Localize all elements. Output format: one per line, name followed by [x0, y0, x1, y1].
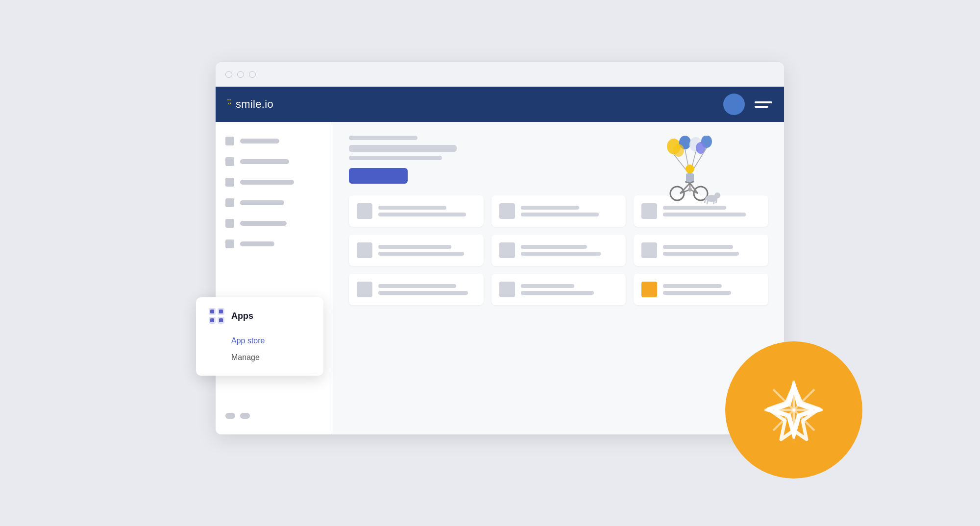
apps-heading: Apps	[231, 311, 253, 321]
app-header: ᵕ̈ smile.io	[216, 87, 784, 122]
svg-rect-33	[219, 310, 223, 313]
card-line-1	[663, 245, 733, 249]
card-row	[357, 282, 476, 297]
svg-point-12	[670, 187, 684, 200]
browser-dot-minimize	[237, 71, 244, 78]
menu-line-1	[755, 101, 772, 103]
sidebar-item-text	[240, 139, 279, 143]
card-row	[499, 203, 618, 219]
svg-rect-35	[219, 318, 223, 322]
browser-dot-close	[225, 71, 232, 78]
card-icon	[499, 203, 515, 219]
svg-point-4	[673, 144, 684, 157]
app-card[interactable]	[349, 235, 484, 266]
svg-point-10	[686, 165, 694, 173]
sidebar-icon	[225, 198, 234, 207]
sidebar-item-text	[240, 241, 274, 246]
card-line-1	[521, 284, 574, 288]
sidebar-icon	[225, 219, 234, 228]
sidebar-bottom	[223, 409, 325, 423]
card-row	[357, 203, 476, 219]
sidebar-icon	[225, 157, 234, 166]
heading-line-3	[349, 156, 442, 160]
card-icon-featured	[641, 282, 657, 297]
star-icon	[760, 376, 828, 444]
sidebar-item-text	[240, 200, 284, 205]
app-card[interactable]	[634, 274, 768, 305]
logo-text: smile.io	[236, 98, 273, 111]
sidebar-item[interactable]	[223, 216, 325, 231]
card-row	[357, 242, 476, 258]
sidebar-item[interactable]	[223, 154, 325, 169]
card-icon	[357, 282, 372, 297]
illustration	[647, 136, 730, 209]
card-line-2	[521, 213, 599, 216]
sidebar-item-text	[240, 159, 289, 164]
app-card[interactable]	[491, 235, 626, 266]
browser-dot-maximize	[249, 71, 256, 78]
svg-line-24	[705, 198, 706, 203]
sidebar-item-text	[240, 180, 294, 185]
heading-line-1	[349, 136, 417, 140]
card-icon	[357, 203, 372, 219]
sidebar-icon	[225, 137, 234, 145]
card-row	[499, 242, 618, 258]
browser-window: ᵕ̈ smile.io	[216, 62, 784, 434]
svg-rect-34	[210, 318, 214, 322]
svg-line-25	[707, 199, 708, 204]
card-text	[663, 284, 760, 295]
sidebar-item-text	[240, 221, 287, 226]
sidebar-bottom-item	[225, 413, 235, 419]
app-card[interactable]	[491, 195, 626, 227]
header-right	[723, 94, 772, 115]
sidebar-item[interactable]	[223, 175, 325, 190]
card-row	[499, 282, 618, 297]
apps-icon	[208, 307, 225, 325]
sidebar-icon	[225, 178, 234, 187]
app-card[interactable]	[491, 274, 626, 305]
sidebar	[216, 122, 333, 434]
card-line-2	[378, 252, 464, 256]
svg-point-21	[688, 188, 692, 191]
app-card[interactable]	[349, 195, 484, 227]
scene: ᵕ̈ smile.io	[147, 62, 833, 464]
card-line-2	[521, 252, 601, 256]
sidebar-item[interactable]	[223, 237, 325, 251]
card-line-1	[663, 284, 721, 288]
sidebar-item[interactable]	[223, 134, 325, 148]
cta-button[interactable]	[349, 168, 408, 184]
cards-grid	[349, 195, 768, 305]
logo-icon: ᵕ̈	[227, 99, 232, 110]
apps-dropdown: Apps App store Manage	[196, 297, 323, 376]
card-text	[663, 245, 760, 256]
card-line-1	[521, 245, 587, 249]
app-card[interactable]	[634, 235, 768, 266]
card-line-1	[378, 206, 446, 210]
dropdown-header: Apps	[208, 307, 312, 325]
svg-line-27	[716, 198, 717, 203]
hamburger-menu[interactable]	[755, 101, 772, 108]
card-text	[521, 284, 618, 295]
dropdown-item-appstore[interactable]: App store	[208, 333, 312, 349]
card-line-2	[378, 291, 468, 295]
card-row	[641, 242, 760, 258]
card-line-2	[663, 213, 746, 216]
card-text	[378, 284, 476, 295]
card-line-1	[521, 206, 579, 210]
card-line-2	[378, 213, 466, 216]
card-line-2	[521, 291, 594, 295]
app-card[interactable]	[349, 274, 484, 305]
card-line-1	[378, 284, 456, 288]
card-icon	[499, 242, 515, 258]
sidebar-icon	[225, 239, 234, 248]
card-text	[521, 206, 618, 216]
card-icon	[357, 242, 372, 258]
card-row	[641, 282, 760, 297]
svg-rect-32	[210, 310, 214, 313]
card-text	[521, 245, 618, 256]
sidebar-item[interactable]	[223, 195, 325, 210]
card-icon	[499, 282, 515, 297]
cyclist-illustration	[647, 136, 730, 209]
dropdown-item-manage[interactable]: Manage	[208, 349, 312, 366]
svg-line-26	[713, 199, 714, 204]
